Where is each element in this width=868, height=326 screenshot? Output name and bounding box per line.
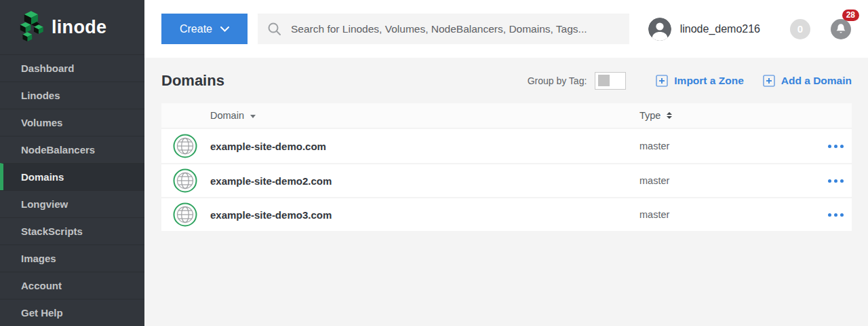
table-header-row: Domain Type <box>161 103 852 129</box>
table-row[interactable]: example-site-demo.com master <box>161 129 852 163</box>
sidebar-item-account[interactable]: Account <box>0 272 144 299</box>
events-badge[interactable]: 0 <box>790 19 810 39</box>
search-input[interactable] <box>291 23 629 35</box>
sidebar-item-label: Domains <box>21 171 64 183</box>
sidebar-item-label: Images <box>21 253 56 264</box>
sidebar-item-domains[interactable]: Domains <box>0 163 144 190</box>
page-title: Domains <box>161 72 224 90</box>
page-header: Domains Group by Tag: Import a Zone Add <box>161 58 852 103</box>
domain-globe-icon <box>173 202 197 227</box>
sidebar-item-label: Volumes <box>21 117 62 128</box>
sidebar-item-label: Dashboard <box>21 62 74 74</box>
sidebar-item-images[interactable]: Images <box>0 244 144 272</box>
sidebar-item-longview[interactable]: Longview <box>0 190 144 217</box>
import-a-zone-link[interactable]: Import a Zone <box>656 75 743 87</box>
domain-name: example-site-demo2.com <box>210 175 332 187</box>
domain-name: example-site-demo.com <box>210 141 326 152</box>
global-search <box>258 14 629 44</box>
sidebar-item-nodebalancers[interactable]: NodeBalancers <box>0 136 144 163</box>
row-actions-button[interactable] <box>828 209 844 221</box>
sidebar-item-label: Linodes <box>21 90 60 101</box>
domain-name: example-site-demo3.com <box>210 209 332 221</box>
add-a-domain-link[interactable]: Add a Domain <box>763 75 852 87</box>
table-row[interactable]: example-site-demo2.com master <box>161 163 852 197</box>
avatar <box>648 18 671 41</box>
linode-logo[interactable]: linode <box>0 0 144 54</box>
group-by-tag-label: Group by Tag: <box>528 75 587 86</box>
sidebar-item-get-help[interactable]: Get Help <box>0 299 144 326</box>
bell-icon <box>831 19 851 39</box>
sidebar-item-label: NodeBalancers <box>21 144 95 156</box>
sidebar-item-dashboard[interactable]: Dashboard <box>0 54 144 82</box>
toggle-knob <box>598 75 610 86</box>
events-count: 0 <box>797 23 803 35</box>
content: Domains Group by Tag: Import a Zone Add <box>144 58 868 326</box>
notification-count-badge: 28 <box>842 10 859 21</box>
plus-square-icon <box>763 75 775 87</box>
type-header-label: Type <box>639 110 660 121</box>
sidebar-item-volumes[interactable]: Volumes <box>0 109 144 136</box>
create-button[interactable]: Create <box>161 14 248 44</box>
sidebar-item-stackscripts[interactable]: StackScripts <box>0 217 144 244</box>
sidebar-item-label: Longview <box>21 198 68 210</box>
user-menu[interactable]: linode_demo216 <box>648 18 760 41</box>
sort-by-type-header[interactable]: Type <box>639 110 819 121</box>
main-area: Create linode_demo216 0 <box>144 0 868 326</box>
sort-desc-icon <box>250 115 256 118</box>
sidebar: linode Dashboard Linodes Volumes NodeBal… <box>0 0 144 326</box>
logo-wordmark: linode <box>52 17 106 38</box>
domain-type: master <box>639 141 669 151</box>
domain-header-label: Domain <box>210 110 244 121</box>
sidebar-item-linodes[interactable]: Linodes <box>0 82 144 109</box>
username: linode_demo216 <box>680 23 760 35</box>
domains-table: Domain Type <box>161 103 852 231</box>
domain-type: master <box>639 209 669 220</box>
sidebar-item-label: Get Help <box>21 307 63 319</box>
sidebar-item-label: StackScripts <box>21 225 83 237</box>
plus-square-icon <box>656 75 668 87</box>
sort-by-domain-header[interactable]: Domain <box>210 110 639 121</box>
domain-type: master <box>639 175 669 186</box>
topbar: Create linode_demo216 0 <box>144 0 868 58</box>
import-a-zone-label: Import a Zone <box>674 75 743 87</box>
table-row[interactable]: example-site-demo3.com master <box>161 197 852 231</box>
notifications-button[interactable]: 28 <box>831 19 851 39</box>
create-button-label: Create <box>180 23 212 35</box>
header-controls: Group by Tag: Import a Zone Add a Domain <box>528 72 852 90</box>
domain-globe-icon <box>173 168 197 193</box>
row-actions-button[interactable] <box>828 141 844 152</box>
group-by-tag-toggle[interactable] <box>595 72 626 90</box>
sort-both-icon <box>667 112 672 119</box>
sidebar-item-label: Account <box>21 280 62 291</box>
add-a-domain-label: Add a Domain <box>781 75 852 87</box>
linode-logo-icon <box>15 10 45 44</box>
search-icon <box>267 22 281 36</box>
row-actions-button[interactable] <box>828 175 844 187</box>
chevron-down-icon <box>220 26 229 32</box>
domain-globe-icon <box>173 134 197 158</box>
